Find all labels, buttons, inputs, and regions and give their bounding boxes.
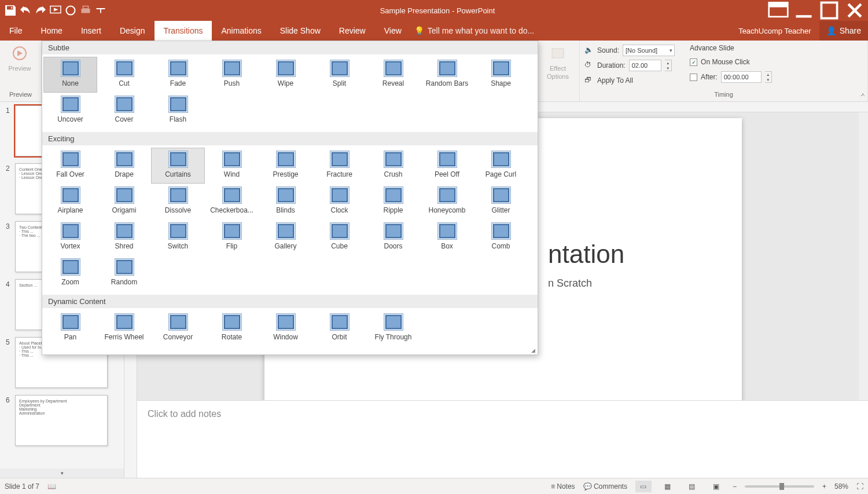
transition-wipe[interactable]: Wipe: [259, 57, 312, 93]
transition-honeycomb[interactable]: Honeycomb: [420, 184, 474, 219]
transition-airplane[interactable]: Airplane: [43, 184, 97, 219]
transition-pan[interactable]: Pan: [43, 310, 97, 346]
minimize-icon[interactable]: [793, 2, 815, 19]
transition-fly-through[interactable]: Fly Through: [366, 310, 420, 346]
transition-glitter[interactable]: Glitter: [474, 184, 528, 219]
transition-random[interactable]: Random: [97, 255, 151, 291]
share-button[interactable]: 👤 Share: [819, 21, 868, 41]
transition-orbit[interactable]: Orbit: [312, 310, 366, 346]
zoom-in-button[interactable]: +: [822, 482, 826, 491]
transition-conveyor[interactable]: Conveyor: [151, 310, 205, 346]
thumbs-scroll-down[interactable]: ▾: [0, 469, 124, 478]
transition-crush[interactable]: Crush: [366, 148, 420, 184]
notes-pane[interactable]: Click to add notes: [137, 400, 868, 478]
comments-toggle[interactable]: 💬 Comments: [583, 482, 627, 491]
save-icon[interactable]: [3, 3, 17, 17]
editor-scrollbar[interactable]: [859, 112, 868, 400]
transition-dissolve[interactable]: Dissolve: [151, 184, 205, 219]
transition-rotate[interactable]: Rotate: [205, 310, 259, 346]
transition-reveal[interactable]: Reveal: [366, 57, 420, 93]
zoom-out-button[interactable]: −: [733, 482, 737, 491]
tab-home[interactable]: Home: [32, 21, 72, 41]
gallery-resize-handle[interactable]: ◢: [531, 347, 535, 353]
slide-thumb-6[interactable]: 6Employees by Department Department Mark…: [0, 391, 124, 449]
transition-zoom[interactable]: Zoom: [43, 255, 97, 291]
transition-blinds[interactable]: Blinds: [259, 184, 312, 219]
transition-ripple[interactable]: Ripple: [366, 184, 420, 219]
tab-design[interactable]: Design: [111, 21, 155, 41]
qat-more-icon[interactable]: [94, 3, 108, 17]
collapse-ribbon-icon[interactable]: ㅅ: [860, 91, 866, 99]
tab-file[interactable]: File: [0, 21, 32, 41]
tab-animations[interactable]: Animations: [212, 21, 270, 41]
transition-split[interactable]: Split: [312, 57, 366, 93]
tab-insert[interactable]: Insert: [72, 21, 111, 41]
transition-ferris-wheel[interactable]: Ferris Wheel: [97, 310, 151, 346]
transition-shred[interactable]: Shred: [97, 219, 151, 255]
tab-review[interactable]: Review: [330, 21, 375, 41]
transition-box[interactable]: Box: [420, 219, 474, 255]
undo-icon[interactable]: [19, 3, 32, 17]
transition-window[interactable]: Window: [259, 310, 312, 346]
transition-random-bars[interactable]: Random Bars: [420, 57, 474, 93]
tell-me[interactable]: 💡 Tell me what you want to do...: [414, 21, 534, 41]
transition-comb[interactable]: Comb: [474, 219, 528, 255]
transition-cut[interactable]: Cut: [97, 57, 151, 93]
transition-clock[interactable]: Clock: [312, 184, 366, 219]
transition-vortex[interactable]: Vortex: [43, 219, 97, 255]
preview-button[interactable]: Preview: [5, 43, 35, 72]
transition-wind[interactable]: Wind: [205, 148, 259, 184]
transition-switch[interactable]: Switch: [151, 219, 205, 255]
transition-curtains[interactable]: Curtains: [151, 148, 205, 184]
tab-transitions[interactable]: Transitions: [155, 21, 212, 41]
transition-checkerboa-[interactable]: Checkerboa...: [205, 184, 259, 219]
tab-view[interactable]: View: [375, 21, 411, 41]
fit-to-window-icon[interactable]: ⛶: [856, 482, 863, 491]
transition-fade[interactable]: Fade: [151, 57, 205, 93]
close-icon[interactable]: [844, 2, 866, 19]
transition-prestige[interactable]: Prestige: [259, 148, 312, 184]
tab-slideshow[interactable]: Slide Show: [271, 21, 330, 41]
transition-none[interactable]: None: [43, 57, 97, 93]
transition-uncover[interactable]: Uncover: [43, 93, 97, 129]
sorter-view-icon[interactable]: ▦: [660, 481, 676, 492]
normal-view-icon[interactable]: ▭: [635, 481, 652, 492]
after-spinner[interactable]: ▲▼: [765, 71, 772, 83]
effect-options-button[interactable]: Effect Options: [543, 43, 573, 80]
after-input[interactable]: 00:00.00: [721, 71, 762, 83]
transition-gallery[interactable]: Gallery: [259, 219, 312, 255]
zoom-slider[interactable]: [745, 485, 814, 488]
print-icon[interactable]: [79, 3, 93, 17]
reading-view-icon[interactable]: ▤: [684, 481, 700, 492]
notes-toggle[interactable]: ≡ Notes: [551, 482, 575, 491]
on-click-checkbox[interactable]: ✓: [690, 58, 697, 66]
transition-cube[interactable]: Cube: [312, 219, 366, 255]
transition-push[interactable]: Push: [205, 57, 259, 93]
transition-origami[interactable]: Origami: [97, 184, 151, 219]
transition-flip[interactable]: Flip: [205, 219, 259, 255]
transition-cover[interactable]: Cover: [97, 93, 151, 129]
transition-page-curl[interactable]: Page Curl: [474, 148, 528, 184]
duration-spinner[interactable]: ▲▼: [665, 60, 672, 71]
transition-doors[interactable]: Doors: [366, 219, 420, 255]
account-name[interactable]: TeachUcomp Teacher: [730, 21, 819, 41]
transition-label: Wipe: [278, 79, 293, 87]
slideshow-view-icon[interactable]: ▣: [708, 481, 724, 492]
redo-icon[interactable]: [34, 3, 47, 17]
transition-fracture[interactable]: Fracture: [312, 148, 366, 184]
maximize-icon[interactable]: [818, 2, 840, 19]
svg-rect-19: [278, 63, 292, 75]
transition-flash[interactable]: Flash: [151, 93, 205, 129]
transition-drape[interactable]: Drape: [97, 148, 151, 184]
transition-peel-off[interactable]: Peel Off: [420, 148, 474, 184]
after-checkbox[interactable]: [690, 74, 697, 81]
apply-all-row[interactable]: 🗗 Apply To All: [584, 74, 675, 87]
transition-fall-over[interactable]: Fall Over: [43, 148, 97, 184]
spellcheck-icon[interactable]: 📖: [47, 482, 56, 491]
ribbon-display-icon[interactable]: [767, 2, 789, 19]
sound-dropdown[interactable]: [No Sound]: [623, 45, 675, 56]
start-slideshow-icon[interactable]: [49, 3, 62, 17]
duration-input[interactable]: 02.00: [629, 60, 661, 71]
transition-shape[interactable]: Shape: [474, 57, 528, 93]
touch-mode-icon[interactable]: [64, 3, 78, 17]
